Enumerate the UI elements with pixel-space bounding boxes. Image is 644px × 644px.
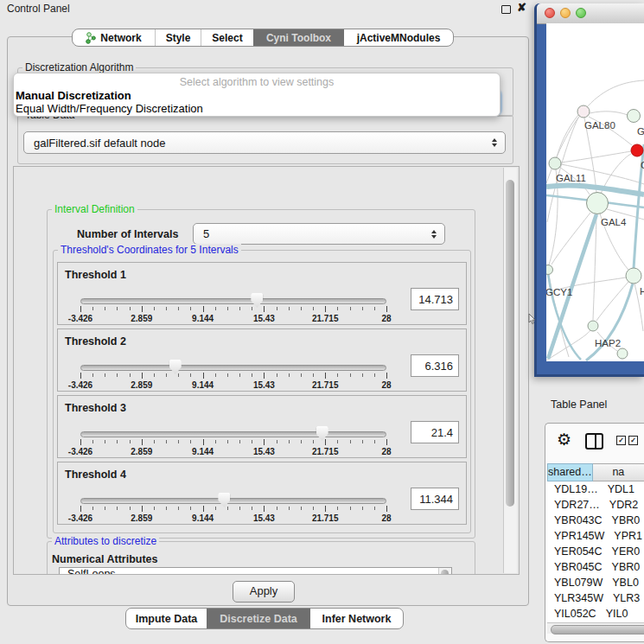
gear-icon[interactable]: ⚙ [557,431,571,448]
table-row[interactable]: YBR043CYBR0 [547,513,644,528]
cell-shared-name[interactable]: YIL052C [547,606,596,622]
cell-name[interactable]: YPR1 [604,528,644,544]
table-row[interactable]: YBL079WYBL0 [547,575,644,590]
tick-mark [362,373,363,377]
node-h[interactable] [626,268,641,284]
cell-name[interactable]: YBL0 [603,575,644,590]
node-gal80[interactable] [577,105,590,118]
tick-mark [313,307,314,310]
minimize-traffic-light-icon[interactable] [560,8,571,18]
node-gal11[interactable] [549,157,561,169]
checkbox-icon[interactable]: ✓ [628,436,638,445]
cell-shared-name[interactable]: YER054C [547,544,603,559]
table-row[interactable]: YLR345WYLR3 [547,590,644,606]
cell-name[interactable]: YBR0 [603,559,644,575]
threshold-3-slider[interactable]: -3.4262.8599.14415.4321.71528 [80,424,386,457]
tick-mark [178,507,179,510]
tab-cyni-toolbox[interactable]: Cyni Toolbox [253,29,344,46]
table-row[interactable]: YPR145WYPR1 [547,528,644,544]
threshold-4-slider[interactable]: -3.4262.8599.14415.4321.71528 [80,491,386,524]
tick-mark [130,507,131,510]
cell-shared-name[interactable]: YDL19… [547,481,598,497]
tick-mark [313,373,314,377]
tab-infer-network[interactable]: Infer Network [310,609,403,628]
tick-label: -3.426 [68,447,92,456]
panel-scrollbar-thumb[interactable] [506,180,514,507]
tick-mark [117,373,118,377]
table-row[interactable]: YDR27…YDR2 [547,497,644,513]
cell-name[interactable]: YBR0 [603,513,644,528]
table-row[interactable]: YER054CYER0 [547,544,644,559]
network-window-titlebar[interactable] [537,3,644,24]
list-scrollbar[interactable] [438,568,451,575]
node-label-top-right: GA [637,126,644,137]
tab-jactivemnodules[interactable]: jActiveMNodules [344,29,453,46]
cell-name[interactable]: YDL1 [598,481,644,497]
node-top-right[interactable] [628,110,641,123]
table-data-combobox[interactable]: galFiltered.sif default node [23,131,506,154]
stepper-arrows-icon [431,230,437,239]
cell-shared-name[interactable]: YDR27… [547,497,600,513]
dropdown-option-equal-width[interactable]: Equal Width/Frequency Discretization [16,102,203,115]
close-icon[interactable]: ✘ [517,1,526,14]
threshold-2-value-field[interactable]: 6.316 [411,354,459,377]
checkbox-icon[interactable]: ✓ [616,436,626,445]
node-gcy1[interactable] [546,265,553,275]
cell-name[interactable]: YIL0 [596,606,644,622]
control-panel-titlebar: Control Panel ✘ [0,0,534,17]
table-row[interactable]: YBR045CYBR0 [547,559,644,575]
split-columns-icon[interactable] [585,433,603,450]
tick-mark [105,307,105,310]
tab-network[interactable]: Network [73,29,155,46]
tick-mark [105,373,105,377]
cell-name[interactable]: YER0 [603,544,644,559]
node-gal4[interactable] [587,193,609,214]
network-canvas[interactable]: GAL80 GA C GAL11 GAL4 GCY1 H HAP2 [546,23,644,361]
column-header-name[interactable]: na [593,463,644,481]
cell-name[interactable]: YLR3 [603,590,644,606]
table-horizontal-scrollbar-thumb[interactable] [551,625,644,634]
threshold-2-slider[interactable]: -3.4262.8599.14415.4321.71528 [80,358,386,391]
tab-discretize-data[interactable]: Discretize Data [207,609,310,628]
table-row[interactable]: YIL052CYIL0 [547,606,644,622]
close-traffic-light-icon[interactable] [545,8,555,18]
list-item[interactable]: SelfLoops [60,568,451,575]
cell-name[interactable]: YDR2 [600,497,644,513]
dropdown-hint-item[interactable]: Select algorithm to view settings [14,76,500,88]
threshold-3-value-field[interactable]: 21.4 [411,421,459,443]
threshold-4-value-field[interactable]: 11.344 [411,488,459,510]
cell-shared-name[interactable]: YBR043C [547,513,603,528]
tick-label: 15.43 [253,314,275,323]
cell-shared-name[interactable]: YBR045C [547,559,603,575]
node-bottom-partial[interactable] [617,348,628,359]
dropdown-option-manual-discretization[interactable]: Manual Discretization [16,89,131,102]
threshold-1-slider[interactable]: -3.4262.8599.14415.4321.71528 [80,291,386,324]
table-row[interactable]: YDL19…YDL1 [547,481,644,497]
tick-mark [301,373,302,377]
node-hap2[interactable] [588,321,598,331]
table-horizontal-scrollbar[interactable] [547,622,644,634]
tab-select[interactable]: Select [201,29,253,46]
threshold-1-value-field[interactable]: 14.713 [411,288,459,310]
numerical-attributes-list[interactable]: SelfLoops TopologicalCoefficient Between… [59,567,452,575]
tick-mark [313,507,314,510]
node-label-gcy1: GCY1 [546,287,572,297]
tick-mark [239,373,240,377]
table-data-selected-value: galFiltered.sif default node [34,137,165,150]
panel-scrollbar[interactable] [503,168,517,573]
cell-shared-name[interactable]: YLR345W [547,590,603,606]
number-of-intervals-combobox[interactable]: 5 [193,223,445,245]
tab-impute-data[interactable]: Impute Data [126,609,207,628]
numerical-attributes-label: Numerical Attributes [52,553,157,565]
node-red-selected[interactable] [631,144,643,156]
tab-style[interactable]: Style [155,29,201,46]
cell-shared-name[interactable]: YBL079W [547,575,603,590]
tick-mark [277,373,277,377]
column-header-shared-name[interactable]: shared… [547,463,593,481]
float-window-icon[interactable] [501,5,511,14]
zoom-traffic-light-icon[interactable] [576,8,586,18]
apply-button[interactable]: Apply [233,581,295,603]
cell-shared-name[interactable]: YPR145W [547,528,604,544]
table-panel-titlebar: Table Panel [534,391,644,418]
list-scrollbar-thumb[interactable] [441,570,449,575]
